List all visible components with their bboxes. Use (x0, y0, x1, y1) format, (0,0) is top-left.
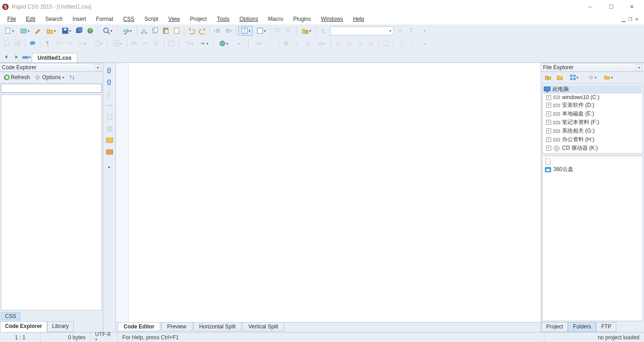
gear-button[interactable]: ▾ (585, 72, 599, 82)
omega-button[interactable]: Ω (151, 38, 161, 48)
tab-library[interactable]: Library (47, 321, 74, 332)
table-button[interactable]: ▾ (110, 38, 125, 48)
tree-drive[interactable]: +windows10 (C:) (543, 94, 642, 101)
outdent-button[interactable] (212, 26, 222, 36)
close-window-button[interactable]: ✕ (621, 0, 642, 14)
indent-button[interactable] (223, 26, 233, 36)
menu-script[interactable]: Script (140, 15, 163, 23)
copy-button[interactable] (150, 26, 160, 36)
note-yellow-icon[interactable] (105, 136, 114, 145)
clipboard-button[interactable] (172, 26, 182, 36)
new-file-button[interactable]: ▾ (2, 26, 16, 36)
upload-button[interactable] (85, 26, 95, 36)
underline-button[interactable]: U (303, 38, 313, 48)
color-picker-button[interactable]: ▾ (216, 38, 231, 48)
expand-icon[interactable]: + (546, 111, 551, 116)
expand-icon[interactable]: + (546, 137, 551, 142)
close-file-explorer-button[interactable]: ✕ (636, 64, 642, 71)
tab-preview[interactable]: Preview (161, 323, 192, 331)
list-ol-button[interactable]: 1 (64, 38, 74, 48)
code-explorer-search-input[interactable] (1, 84, 102, 93)
drive-tree[interactable]: 此电脑 +windows10 (C:) +安装软件 (D:) +本地磁盘 (E:… (542, 84, 643, 154)
tab-project[interactable]: Project (541, 322, 568, 332)
italic-button[interactable]: I (292, 38, 302, 48)
menu-plugins[interactable]: Plugins (288, 15, 315, 23)
filter-folder-button[interactable]: ▾ (601, 72, 615, 82)
tab-folders[interactable]: Folders (568, 322, 596, 332)
more-colors-button[interactable]: ▾ (231, 38, 246, 48)
mdi-close-icon[interactable]: ✕ (635, 17, 639, 22)
close-code-explorer-button[interactable]: ✕ (95, 64, 101, 71)
link-button[interactable] (395, 26, 405, 36)
code-explorer-tree[interactable] (1, 95, 102, 310)
block-button[interactable]: ▾ (91, 38, 105, 48)
css-language-tag[interactable]: CSS (1, 312, 20, 320)
file-item-blank[interactable] (544, 158, 641, 165)
edit-button[interactable] (33, 26, 43, 36)
expand-strip-icon[interactable]: ▸ (105, 162, 114, 171)
tree-drive[interactable]: +安装软件 (D:) (543, 101, 642, 109)
open-button[interactable]: ▾ (43, 26, 58, 36)
nav-forward-button[interactable] (12, 52, 21, 62)
div-button[interactable] (13, 38, 23, 48)
new-project-button[interactable]: ▾ (17, 26, 32, 36)
comment-button[interactable] (28, 38, 38, 48)
list-ul-button[interactable] (53, 38, 63, 48)
brackets-grey-icon[interactable]: {} (105, 89, 114, 98)
split-view-button[interactable]: ▾ (238, 26, 253, 36)
tag-button[interactable]: ▾ (181, 38, 196, 48)
tree-root[interactable]: 此电脑 (543, 85, 642, 94)
menu-macro[interactable]: Macro (264, 15, 288, 23)
folder-up-button[interactable] (543, 72, 553, 82)
paste-button[interactable] (161, 26, 171, 36)
find-button[interactable] (273, 26, 283, 36)
save-all-button[interactable] (74, 26, 84, 36)
menu-help[interactable]: Help (348, 15, 369, 23)
tree-drive[interactable]: +办公资料 (H:) (543, 135, 642, 144)
menu-insert[interactable]: Insert (68, 15, 91, 23)
undo-button[interactable] (187, 26, 197, 36)
align-center-button[interactable] (344, 38, 354, 48)
expand-icon[interactable]: + (546, 146, 551, 151)
width-icon[interactable] (105, 101, 114, 110)
menu-project[interactable]: Project (185, 15, 211, 23)
phone-button[interactable] (318, 26, 328, 36)
style-button[interactable] (2, 38, 12, 48)
file-list[interactable]: 360云盘 (542, 156, 643, 321)
menu-windows[interactable]: Windows (317, 15, 348, 23)
browse-button[interactable]: ▾ (299, 26, 313, 36)
refresh-icon[interactable] (396, 38, 406, 48)
tree-drive[interactable]: +本地磁盘 (E:) (543, 109, 642, 118)
expand-icon[interactable]: + (546, 128, 551, 133)
menu-tools[interactable]: Tools (212, 15, 234, 23)
tree-drive[interactable]: +CD 驱动器 (K:) (543, 144, 642, 152)
para-button[interactable]: ¶ (43, 38, 53, 48)
zoom-button[interactable]: ▾ (100, 26, 115, 36)
hr-button[interactable] (140, 38, 150, 48)
extras-button[interactable]: ▾ (418, 38, 432, 48)
tab-vertical-split[interactable]: Vertical Split (242, 323, 284, 331)
tab-ftp[interactable]: FTP (596, 322, 616, 332)
expand-icon[interactable]: + (546, 103, 551, 108)
br-button[interactable]: BR (130, 38, 139, 48)
spellcheck-button[interactable]: ABC▾ (120, 26, 134, 36)
image-button[interactable] (166, 38, 176, 48)
view-mode-button[interactable]: ▾ (567, 72, 581, 82)
anchor-button[interactable] (406, 26, 416, 36)
font-color-button[interactable]: A▾ (251, 38, 265, 48)
highlight-button[interactable] (266, 38, 276, 48)
status-encoding[interactable]: UTF-8 * (91, 332, 118, 342)
document-tab-1[interactable]: Untitled1.css (32, 53, 77, 62)
tree-drive[interactable]: +笔记本资料 (F:) (543, 118, 642, 127)
strike-button[interactable]: S▾ (314, 38, 328, 48)
menu-search[interactable]: Search (41, 15, 67, 23)
target-dropdown[interactable]: ▾ (330, 26, 394, 35)
cut-button[interactable] (139, 26, 149, 36)
menu-css[interactable]: CSS (119, 15, 139, 23)
brackets-blue-icon[interactable]: {} (105, 66, 114, 75)
code-editor[interactable] (129, 63, 541, 322)
refresh-button[interactable]: Refresh (2, 74, 31, 81)
options-button[interactable]: Options▾ (33, 74, 66, 81)
sort-button[interactable] (67, 74, 77, 81)
menu-view[interactable]: View (163, 15, 184, 23)
